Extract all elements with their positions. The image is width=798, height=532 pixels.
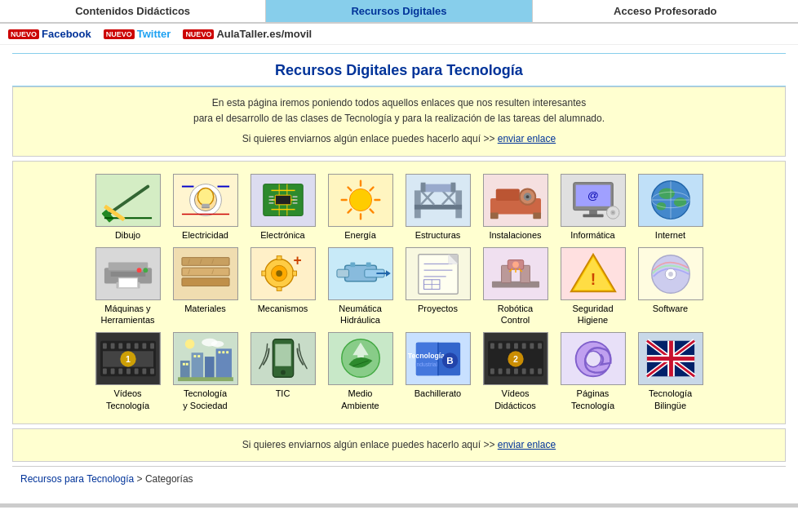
icon-item-electronica[interactable]: Electrónica (246, 174, 320, 241)
icon-box-estructuras (406, 174, 471, 227)
svg-text:+: + (293, 252, 301, 268)
svg-rect-47 (420, 182, 425, 192)
icon-item-bachillerato[interactable]: Tecnología industrial B Bachillerato (401, 332, 475, 411)
icon-label-proyectos: Proyectos (418, 303, 458, 314)
svg-point-167 (184, 339, 194, 349)
icon-label-electricidad: Electricidad (182, 229, 228, 241)
icon-item-proyectos[interactable]: Proyectos (401, 247, 475, 326)
send-line: Si quieres enviarnos algún enlace puedes… (29, 131, 769, 147)
icon-item-neumatica[interactable]: NeumáticaHidráulica (324, 247, 397, 326)
aulataller-link[interactable]: NUEVO AulaTaller.es/movil (183, 28, 312, 40)
icon-item-software[interactable]: Software (634, 247, 707, 326)
main-content: Recursos Digitales para Tecnología En es… (0, 45, 798, 499)
svg-point-70 (656, 202, 666, 210)
svg-rect-107 (366, 262, 370, 267)
svg-rect-139 (118, 344, 122, 349)
icon-label-electronica: Electrónica (260, 229, 304, 241)
svg-rect-143 (150, 344, 154, 349)
icon-item-energia[interactable]: Energía (324, 174, 397, 241)
icon-item-estructuras[interactable]: Estructuras (401, 174, 475, 241)
svg-rect-55 (490, 212, 498, 219)
info-text1: En esta página iremos poniendo todos aqu… (29, 95, 769, 111)
svg-rect-193 (538, 344, 542, 349)
icon-item-maquinas[interactable]: Máquinas yHerramientas (91, 247, 165, 326)
icon-item-bilingue[interactable]: TecnologíaBilingüe (634, 332, 707, 411)
svg-rect-200 (538, 369, 542, 375)
send-link-top[interactable]: enviar enlace (498, 133, 556, 144)
icon-box-informatica: @ (561, 174, 626, 227)
svg-rect-138 (110, 344, 114, 349)
svg-text:@: @ (587, 189, 599, 202)
svg-rect-142 (142, 344, 146, 349)
icon-label-paginas: PáginasTecnología (571, 388, 614, 411)
icon-label-maquinas: Máquinas yHerramientas (100, 303, 154, 326)
icon-item-mecanismos[interactable]: + Mecanismos (246, 247, 320, 326)
svg-point-94 (276, 270, 282, 277)
svg-text:2: 2 (513, 354, 518, 364)
page-title: Recursos Digitales para Tecnología (12, 53, 786, 86)
icon-label-tecno-sociedad: Tecnologíay Sociedad (183, 388, 227, 411)
send-link-bottom[interactable]: enviar enlace (498, 439, 556, 450)
icon-label-videos: VídeosTecnología (106, 388, 149, 411)
svg-rect-188 (498, 344, 502, 349)
icon-item-informatica[interactable]: @ Informática (556, 174, 630, 241)
icon-box-materiales (173, 247, 238, 300)
svg-rect-9 (202, 203, 210, 207)
icon-item-tic[interactable]: TIC (246, 332, 320, 411)
icon-item-materiales[interactable]: Materiales (169, 247, 242, 326)
icon-item-videos-didacticos[interactable]: 2 VídeosDidácticos (479, 332, 552, 411)
icon-item-tecno-sociedad[interactable]: Tecnologíay Sociedad (169, 332, 242, 411)
svg-rect-163 (218, 352, 220, 354)
svg-rect-199 (530, 369, 534, 375)
icon-item-internet[interactable]: Internet (634, 174, 707, 241)
icon-label-software: Software (653, 303, 688, 314)
nav-acceso[interactable]: Acceso Profesorado (533, 0, 798, 22)
nav-recursos[interactable]: Recursos Digitales (266, 0, 532, 22)
icon-item-paginas[interactable]: PáginasTecnología (556, 332, 630, 411)
icon-box-tecno-sociedad (173, 332, 238, 385)
twitter-label: Twitter (137, 28, 171, 40)
icon-box-neumatica (328, 247, 393, 300)
twitter-link[interactable]: NUEVO Twitter (104, 28, 171, 40)
icon-item-robotica[interactable]: RobóticaControl (479, 247, 552, 326)
svg-rect-198 (521, 369, 525, 375)
svg-point-68 (658, 188, 674, 199)
icon-label-robotica: RobóticaControl (498, 303, 533, 326)
svg-rect-165 (226, 352, 228, 354)
bottom-strip (0, 503, 798, 508)
icon-item-dibujo[interactable]: Dibujo (91, 174, 165, 241)
icon-label-neumatica: NeumáticaHidráulica (339, 303, 382, 326)
svg-rect-79 (118, 278, 137, 288)
icon-box-instalaciones (483, 174, 548, 227)
svg-rect-39 (414, 190, 420, 218)
info-box-top: En esta página iremos poniendo todos aqu… (12, 86, 786, 157)
svg-point-8 (197, 188, 213, 205)
svg-rect-162 (197, 356, 200, 358)
facebook-link[interactable]: NUEVO Facebook (8, 28, 91, 40)
icon-label-mecanismos: Mecanismos (258, 303, 308, 314)
svg-rect-146 (118, 369, 122, 375)
icon-item-instalaciones[interactable]: Instalaciones (479, 174, 552, 241)
svg-rect-157 (205, 357, 215, 379)
svg-rect-103 (336, 269, 348, 277)
svg-rect-62 (583, 214, 603, 217)
icon-item-electricidad[interactable]: Electricidad (169, 174, 242, 241)
svg-point-54 (525, 195, 529, 198)
svg-rect-140 (126, 344, 131, 349)
icon-label-instalaciones: Instalaciones (489, 229, 541, 241)
breadcrumb-current: Categorías (145, 473, 193, 485)
svg-rect-159 (182, 363, 184, 366)
svg-rect-40 (455, 190, 462, 218)
icon-box-paginas (561, 332, 626, 385)
icon-item-seguridad[interactable]: ! SeguridadHigiene (556, 247, 630, 326)
icon-item-medio[interactable]: MedioAmbiente (324, 332, 397, 411)
svg-rect-76 (108, 262, 147, 270)
icon-item-videos[interactable]: 1 VídeosTecnología (91, 332, 165, 411)
icon-box-bachillerato: Tecnología industrial B (406, 332, 471, 385)
svg-rect-96 (277, 286, 282, 290)
svg-text:!: ! (590, 269, 595, 287)
icon-box-videos-didacticos: 2 (483, 332, 548, 385)
breadcrumb-link[interactable]: Recursos para Tecnología (20, 473, 134, 485)
nav-contenidos[interactable]: Contenidos Didácticos (0, 0, 266, 22)
svg-rect-189 (506, 344, 510, 349)
